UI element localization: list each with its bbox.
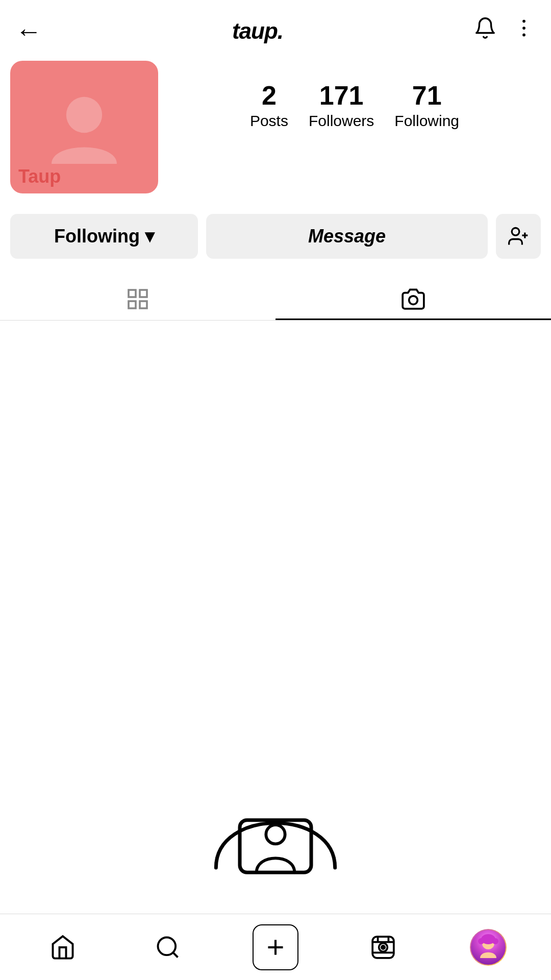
svg-rect-9	[129, 301, 136, 308]
svg-point-1	[522, 27, 525, 30]
posts-stat[interactable]: 2 Posts	[250, 81, 288, 130]
followers-stat[interactable]: 171 Followers	[309, 81, 374, 130]
empty-state-icon	[199, 755, 352, 909]
message-button[interactable]: Message	[206, 214, 488, 259]
following-label: Following	[394, 112, 459, 130]
avatar-name: Taup	[18, 166, 61, 187]
bell-icon[interactable]	[473, 16, 497, 45]
following-stat[interactable]: 71 Following	[394, 81, 459, 130]
reels-nav-item[interactable]	[363, 927, 404, 968]
add-post-button[interactable]	[253, 924, 298, 970]
add-person-button[interactable]	[496, 214, 541, 259]
home-nav-item[interactable]	[42, 927, 83, 968]
message-label: Message	[308, 226, 386, 247]
nav-icons	[473, 16, 536, 45]
profile-avatar-thumb[interactable]	[470, 929, 507, 966]
svg-point-0	[522, 20, 525, 23]
avatar-container[interactable]: Taup	[10, 61, 158, 193]
back-button[interactable]: ←	[15, 18, 42, 44]
svg-point-3	[66, 97, 102, 133]
svg-point-14	[266, 825, 285, 844]
svg-point-11	[409, 296, 418, 304]
svg-point-2	[522, 34, 525, 37]
svg-point-4	[512, 228, 519, 236]
more-dots-icon[interactable]	[512, 16, 536, 45]
profile-section: Taup 2 Posts 171 Followers 71 Following	[0, 56, 551, 209]
following-label: Following	[54, 226, 140, 247]
top-nav: ← taup.	[0, 0, 551, 56]
bottom-nav	[0, 914, 551, 980]
followers-label: Followers	[309, 112, 374, 130]
svg-point-30	[492, 938, 498, 944]
profile-nav-item[interactable]	[468, 927, 509, 968]
tabs-container	[0, 279, 551, 321]
svg-point-15	[158, 937, 176, 955]
svg-rect-7	[129, 290, 136, 297]
stats-container: 2 Posts 171 Followers 71 Following	[173, 61, 536, 130]
tab-grid[interactable]	[0, 279, 276, 320]
svg-line-16	[173, 952, 178, 957]
svg-point-21	[382, 945, 385, 948]
action-buttons: Following ▾ Message	[0, 209, 551, 269]
svg-rect-10	[140, 301, 147, 308]
following-button[interactable]: Following ▾	[10, 214, 198, 259]
content-area	[0, 321, 551, 678]
svg-point-29	[478, 938, 484, 944]
posts-count: 2	[262, 81, 277, 110]
username-title: taup.	[42, 18, 473, 44]
chevron-down-icon: ▾	[145, 226, 154, 247]
search-nav-item[interactable]	[147, 927, 188, 968]
posts-label: Posts	[250, 112, 288, 130]
following-count: 71	[412, 81, 442, 110]
followers-count: 171	[319, 81, 364, 110]
tab-tagged[interactable]	[276, 279, 551, 320]
svg-rect-8	[140, 290, 147, 297]
